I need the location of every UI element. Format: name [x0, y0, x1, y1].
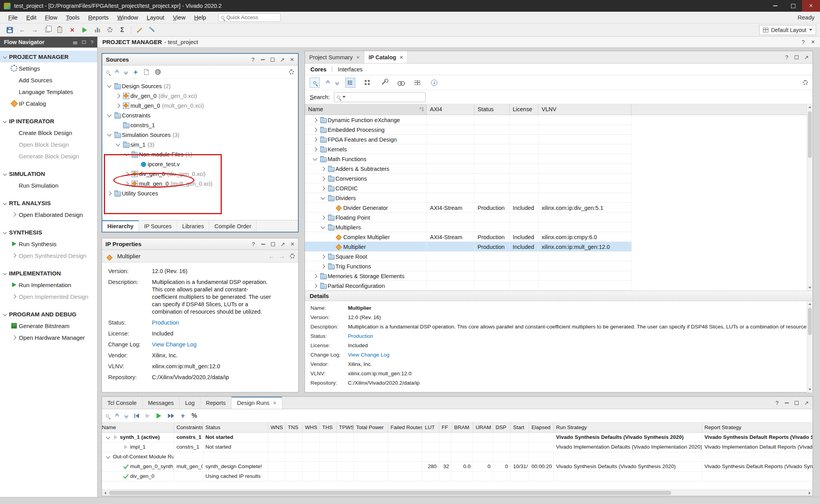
maximize-icon[interactable] [271, 242, 275, 246]
gear-icon[interactable] [289, 69, 294, 75]
scroll-up-arrow[interactable] [807, 301, 813, 307]
close-icon[interactable]: × [811, 39, 815, 45]
launch-runs-icon[interactable] [157, 413, 161, 419]
collapse-all-icon[interactable] [326, 82, 329, 84]
column-header[interactable]: WHS [303, 422, 320, 432]
document-tab[interactable]: IP Catalog × [364, 51, 408, 63]
menu-item[interactable]: View [169, 12, 190, 23]
expander-icon[interactable] [319, 216, 327, 219]
design-run-row[interactable]: mult_gen_0_synth_1 mult_gen_0 synth_desi… [102, 462, 813, 472]
redo-button[interactable]: → [29, 25, 41, 35]
catalog-row[interactable]: CORDIC [305, 183, 632, 193]
catalog-row[interactable]: Dynamic Function eXchange [305, 115, 632, 125]
help-icon[interactable]: ? [91, 39, 93, 45]
expander-icon[interactable] [104, 456, 112, 458]
catalog-row[interactable]: Embedded Processing [305, 125, 632, 135]
expander-icon[interactable] [114, 144, 122, 146]
layout-selector[interactable]: Default Layout [759, 25, 816, 35]
sources-tab[interactable]: IP Sources [139, 220, 177, 232]
search-icon[interactable] [106, 71, 109, 74]
column-header[interactable]: FF [439, 422, 452, 432]
flow-navigator-section-header[interactable]: PROJECT MANAGER [0, 51, 97, 62]
menu-item[interactable]: Reports [84, 12, 113, 23]
expander-icon[interactable] [319, 255, 327, 258]
column-header-license[interactable]: License [510, 104, 538, 115]
edit-button[interactable] [134, 25, 146, 35]
scrollbar-thumb[interactable] [109, 491, 671, 495]
column-header-vlnv[interactable]: VLNV [538, 104, 631, 115]
flow-navigator-section-header[interactable]: PROGRAM AND DEBUG [0, 308, 97, 320]
fast-forward-icon[interactable] [168, 413, 174, 418]
expander-icon[interactable] [319, 187, 327, 190]
catalog-row[interactable]: Square Root [305, 252, 632, 261]
catalog-row[interactable]: Adders & Subtracters [305, 164, 632, 174]
column-header[interactable]: Failed Routes [388, 422, 422, 432]
scroll-left-arrow[interactable] [102, 490, 108, 496]
flow-navigator-section-header[interactable]: SYNTHESIS [0, 226, 97, 238]
flow-navigator-item[interactable]: Open Elaborated Design [0, 209, 97, 220]
expand-all-icon[interactable] [125, 71, 127, 73]
catalog-row[interactable]: Memories & Storage Elements [305, 271, 632, 281]
scroll-right-arrow[interactable] [806, 490, 813, 496]
maximize-icon[interactable] [794, 55, 799, 59]
flow-navigator-item[interactable]: Add Sources [0, 74, 97, 86]
link-button[interactable] [396, 78, 406, 88]
tab-cores[interactable]: Cores [310, 66, 326, 73]
help-icon[interactable]: ? [775, 400, 779, 406]
bottom-tab[interactable]: Reports × [200, 397, 232, 409]
float-icon[interactable]: ↗ [804, 400, 809, 406]
sources-tab[interactable]: Libraries [177, 220, 210, 232]
catalog-row[interactable]: Trig Functions [305, 261, 632, 271]
sum-button[interactable]: Σ [116, 25, 128, 35]
dock-icon[interactable] [82, 41, 86, 44]
bottom-tab[interactable]: Design Runs × [232, 397, 282, 409]
menu-item[interactable]: Help [190, 12, 210, 23]
flow-navigator-item[interactable]: Settings [0, 62, 97, 74]
reset-runs-icon[interactable] [134, 413, 139, 418]
menu-item[interactable]: File [4, 12, 22, 23]
column-header[interactable]: Elapsed [529, 422, 554, 432]
column-header[interactable]: TPWS [337, 422, 354, 432]
tab-interfaces[interactable]: Interfaces [338, 66, 363, 73]
flow-navigator-item[interactable]: Run Synthesis [0, 238, 97, 250]
maximize-icon[interactable] [270, 58, 275, 62]
report-button[interactable] [91, 25, 103, 35]
back-icon[interactable]: ← [269, 253, 275, 259]
column-header[interactable]: WNS [268, 422, 285, 432]
add-sources-button[interactable]: + [134, 69, 138, 76]
flow-navigator-item[interactable]: Language Templates [0, 86, 97, 98]
column-header[interactable]: Start [511, 422, 529, 432]
expander-icon[interactable] [311, 275, 319, 278]
catalog-search-box[interactable] [334, 92, 426, 102]
delete-button[interactable]: × [66, 25, 78, 35]
float-icon[interactable]: ↗ [280, 241, 285, 247]
expander-icon[interactable] [311, 119, 319, 122]
expander-icon[interactable] [105, 134, 113, 136]
expander-icon[interactable] [311, 284, 319, 287]
maximize-icon[interactable] [794, 401, 799, 405]
expander-icon[interactable] [105, 85, 113, 87]
catalog-row[interactable]: Math Functions [305, 154, 632, 164]
window-minimize-button[interactable] [766, 0, 784, 12]
flow-navigator-item[interactable]: Run Implementation [0, 279, 97, 291]
flow-navigator-section-header[interactable]: RTL ANALYSIS [0, 197, 97, 209]
catalog-row[interactable]: Floating Point [305, 213, 632, 222]
sources-tab[interactable]: Compile Order [209, 220, 257, 232]
float-icon[interactable]: ↗ [804, 54, 809, 60]
bottom-tab[interactable]: Log × [180, 397, 200, 409]
source-tree-row[interactable]: mult_gen_0 (mult_gen_0.xci) [102, 101, 298, 110]
quick-access-input[interactable] [226, 14, 269, 20]
expander-icon[interactable] [311, 128, 319, 131]
run-button[interactable] [79, 25, 91, 35]
column-header[interactable]: Status [203, 422, 268, 432]
source-tree-row[interactable]: Constraints [102, 110, 298, 120]
percentage-button[interactable]: % [192, 413, 197, 419]
float-icon[interactable]: ↗ [280, 57, 285, 63]
catalog-row[interactable]: Partial Reconfiguration [305, 281, 632, 291]
column-header[interactable]: Name [102, 422, 174, 432]
expander-icon[interactable] [319, 177, 327, 180]
document-tab[interactable]: Project Summary × [305, 51, 364, 63]
window-close-button[interactable]: × [802, 0, 820, 12]
design-run-row[interactable]: synth_1 (active) constrs_1 Not started [102, 433, 813, 442]
sources-tab[interactable]: Hierarchy [102, 220, 139, 232]
